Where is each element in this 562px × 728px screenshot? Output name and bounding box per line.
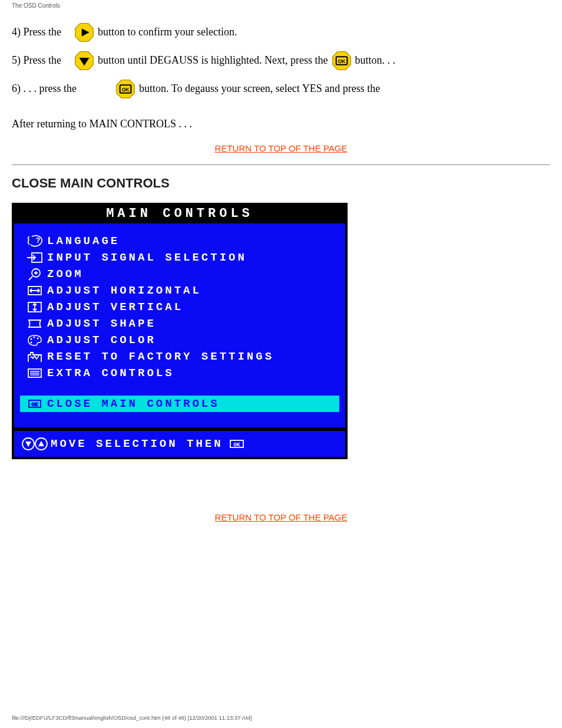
ok-icon: OK <box>114 78 137 100</box>
adjust-color-icon <box>22 334 47 347</box>
language-icon: ? <box>22 235 47 248</box>
play-right-icon <box>73 21 95 44</box>
osd-item-label: ADJUST HORIZONTAL <box>47 284 201 297</box>
osd-item-color[interactable]: ADJUST COLOR <box>20 332 339 348</box>
osd-item-horizontal[interactable]: ADJUST HORIZONTAL <box>20 282 339 299</box>
step-6: 6) . . . press the OK button. To degauss… <box>12 78 550 100</box>
osd-item-label: ZOOM <box>47 268 84 281</box>
osd-item-label: LANGUAGE <box>47 235 120 248</box>
ok-box-icon: OK <box>22 397 47 410</box>
osd-item-vertical[interactable]: ADJUST VERTICAL <box>20 299 339 315</box>
svg-point-16 <box>34 337 35 338</box>
osd-item-label: INPUT SIGNAL SELECTION <box>47 251 247 264</box>
step6-suffix: button. To degauss your screen, select Y… <box>139 81 380 96</box>
svg-point-18 <box>31 342 32 344</box>
osd-item-label: RESET TO FACTORY SETTINGS <box>47 350 274 363</box>
return-top-link-2[interactable]: RETURN TO TOP OF THE PAGE <box>215 512 348 522</box>
reset-factory-icon <box>22 350 47 363</box>
osd-item-label: ADJUST COLOR <box>47 334 156 347</box>
svg-text:?: ? <box>36 237 40 245</box>
page-header-label: The OSD Controls <box>12 2 60 9</box>
section-divider <box>12 164 550 165</box>
osd-item-label: ADJUST SHAPE <box>47 317 156 330</box>
svg-marker-23 <box>25 442 31 447</box>
osd-footer: MOVE SELECTION THEN OK <box>14 431 345 457</box>
osd-item-reset[interactable]: RESET TO FACTORY SETTINGS <box>20 348 339 365</box>
footer-file-path: file:///D|/EDFU/LF3CD/lf3manual/english/… <box>12 714 252 721</box>
ok-box-icon: OK <box>229 438 244 450</box>
step6-prefix: 6) . . . press the <box>12 81 77 96</box>
svg-text:OK: OK <box>32 402 38 408</box>
osd-item-zoom[interactable]: ZOOM <box>20 266 339 282</box>
adjust-vertical-icon <box>22 301 47 314</box>
return-top-link-1[interactable]: RETURN TO TOP OF THE PAGE <box>215 143 348 153</box>
step5-mid: button until DEGAUSS is highlighted. Nex… <box>98 53 328 68</box>
osd-item-shape[interactable]: ADJUST SHAPE <box>20 315 339 332</box>
svg-text:OK: OK <box>122 87 130 93</box>
step5-prefix: 5) Press the <box>12 53 71 68</box>
step4-prefix: 4) Press the <box>12 25 71 39</box>
svg-text:OK: OK <box>338 58 346 64</box>
svg-point-17 <box>37 338 39 340</box>
up-down-arrows-icon <box>19 437 51 451</box>
close-main-controls-heading: CLOSE MAIN CONTROLS <box>12 176 562 191</box>
adjust-horizontal-icon <box>22 284 47 297</box>
extra-controls-icon <box>22 367 47 380</box>
osd-item-close-main-controls[interactable]: OK CLOSE MAIN CONTROLS <box>20 396 339 412</box>
osd-footer-text: MOVE SELECTION THEN <box>51 437 223 450</box>
adjust-shape-icon <box>22 317 47 330</box>
osd-item-label: CLOSE MAIN CONTROLS <box>47 397 220 410</box>
after-steps-note: After returning to MAIN CONTROLS . . . <box>12 118 550 130</box>
svg-marker-25 <box>38 441 44 446</box>
input-signal-icon <box>22 251 47 264</box>
svg-text:OK: OK <box>233 442 240 448</box>
step5-suffix: button. . . <box>355 53 396 68</box>
ok-icon: OK <box>330 50 353 72</box>
step4-suffix: button to confirm your selection. <box>98 25 237 39</box>
step-5: 5) Press the button until DEGAUSS is hig… <box>12 50 550 72</box>
zoom-icon <box>22 268 47 281</box>
osd-item-label: EXTRA CONTROLS <box>47 367 174 380</box>
step-4: 4) Press the button to confirm your sele… <box>12 21 550 44</box>
osd-title: MAIN CONTROLS <box>14 205 345 223</box>
down-arrow-icon <box>73 50 95 72</box>
osd-item-language[interactable]: ? LANGUAGE <box>20 233 339 249</box>
osd-item-label: ADJUST VERTICAL <box>47 301 183 314</box>
osd-item-input[interactable]: INPUT SIGNAL SELECTION <box>20 249 339 266</box>
osd-panel: MAIN CONTROLS ? LANGUAGE INPUT SIGNAL SE… <box>12 203 348 459</box>
svg-point-15 <box>31 338 32 340</box>
osd-item-extra[interactable]: EXTRA CONTROLS <box>20 365 339 381</box>
